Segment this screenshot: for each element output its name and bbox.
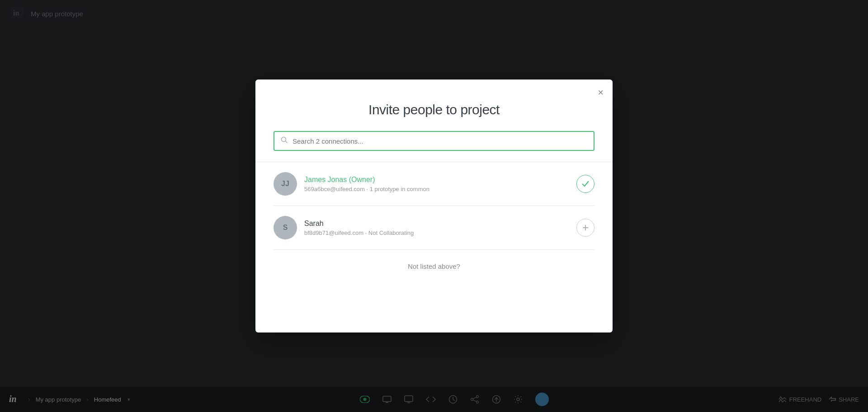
modal-title: Invite people to project xyxy=(255,80,613,131)
not-listed-text: Not listed above? xyxy=(255,250,613,284)
person-info-james: James Jonas (Owner) 569a6bce@uifeed.com … xyxy=(304,176,569,192)
search-input[interactable] xyxy=(292,137,587,145)
search-wrapper xyxy=(255,131,613,162)
close-button[interactable]: × xyxy=(598,88,604,98)
search-box xyxy=(274,131,594,151)
svg-point-18 xyxy=(282,137,286,142)
person-detail-james: 569a6bce@uifeed.com · 1 prototype in com… xyxy=(304,186,569,192)
people-list: JJ James Jonas (Owner) 569a6bce@uifeed.c… xyxy=(255,162,613,250)
person-name-james: James Jonas (Owner) xyxy=(304,176,569,184)
person-action-sarah[interactable] xyxy=(576,219,594,237)
person-row-james: JJ James Jonas (Owner) 569a6bce@uifeed.c… xyxy=(274,162,594,206)
person-action-james[interactable] xyxy=(576,175,594,193)
person-avatar-sarah: S xyxy=(274,216,297,239)
person-row-sarah: S Sarah bf8d9b71@uifeed.com · Not Collab… xyxy=(274,206,594,250)
person-detail-sarah: bf8d9b71@uifeed.com · Not Collaborating xyxy=(304,229,569,236)
person-info-sarah: Sarah bf8d9b71@uifeed.com · Not Collabor… xyxy=(304,220,569,236)
person-avatar-james: JJ xyxy=(274,172,297,196)
invite-modal: × Invite people to project JJ xyxy=(255,80,613,332)
person-name-sarah: Sarah xyxy=(304,220,569,228)
search-icon xyxy=(281,136,288,145)
svg-line-19 xyxy=(286,141,288,143)
modal-overlay: × Invite people to project JJ xyxy=(0,0,868,412)
